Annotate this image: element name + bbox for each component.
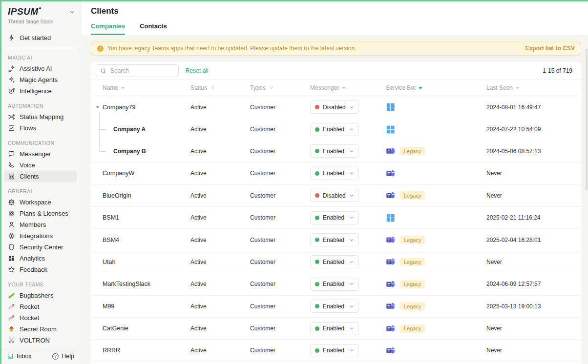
sidebar-item-intelligence[interactable]: Intelligence [4,85,77,97]
messenger-cell: Disabled [310,101,386,114]
filter-icon[interactable] [269,85,274,91]
sidebar-item-label: Security Center [20,243,63,251]
table-row-company-a[interactable]: Company AActiveCustomerEnabled2024-07-22… [91,118,581,140]
workspace-header[interactable]: IPSUM Thread Stage Slack [0,1,81,24]
shield-icon [8,243,15,251]
section-label-general: GENERAL [8,188,73,194]
teams-bot-icon [386,191,395,200]
sidebar-item-analytics[interactable]: Analytics [4,253,77,264]
messenger-select[interactable]: Enabled [310,167,359,180]
sidebar-item-magic-agents[interactable]: Magic Agents [4,74,77,85]
sidebar-item-members[interactable]: Members [4,219,77,230]
messenger-value: Disabled [323,192,346,199]
intelligence-icon [8,87,15,95]
messenger-select[interactable]: Enabled [310,344,359,357]
sidebar-item-assistive-ai[interactable]: Assistive AI [4,63,77,74]
messenger-select[interactable]: Enabled [310,278,359,291]
table-row-companyw[interactable]: CompanyWActiveCustomerEnabledNever [91,162,581,184]
company-name-cell: Utah [96,259,190,265]
sidebar-item-messenger[interactable]: Messenger [4,148,77,160]
sidebar-item-feedback[interactable]: Feedback [4,264,77,275]
sidebar-item-label: Voice [20,162,35,169]
messenger-cell: Enabled [310,123,386,136]
table-row-utah[interactable]: UtahActiveCustomerEnabledLegacyNever [91,251,581,273]
company-name: Company B [113,148,146,155]
tab-contacts[interactable]: Contacts [140,22,167,35]
sidebar-item-status-mapping[interactable]: Status Mapping [4,111,77,122]
teams-bot-icon [386,258,395,266]
column-header-status[interactable]: Status [190,84,250,91]
help-button[interactable]: ? Help [52,353,74,360]
sidebar-item-security-center[interactable]: Security Center [4,242,77,253]
export-csv-button[interactable]: Export list to CSV [525,45,575,52]
service-bot-cell: Legacy [386,302,486,310]
table-row-bsm4[interactable]: BSM4ActiveCustomerEnabledLegacy2025-02-0… [91,229,581,251]
section-label-magic-ai: MAGIC AI [8,55,73,61]
status-dot [315,238,319,242]
messenger-select[interactable]: Enabled [310,144,359,158]
sidebar-item-rocket[interactable]: Rocket [4,312,77,324]
sidebar-item-bugbashers[interactable]: Bugbashers [4,290,77,301]
sort-icon[interactable] [342,87,346,89]
analytics-icon [8,255,15,262]
sidebar-item-clients[interactable]: Clients [4,171,77,182]
messenger-select[interactable]: Disabled [310,189,359,202]
messenger-value: Enabled [323,237,346,243]
messenger-select[interactable]: Disabled [310,101,359,114]
sidebar-item-rocket[interactable]: Rocket [4,301,77,312]
column-header-messenger[interactable]: Messenger [310,84,386,91]
sort-icon[interactable] [516,87,520,89]
filter-icon[interactable] [210,85,216,91]
table-row-bsm1[interactable]: BSM1ActiveCustomerEnabled2025-02-21 11:1… [91,207,581,229]
content-area: ! You have legacy Teams apps that need t… [82,35,588,364]
rocket-icon [8,314,15,322]
messenger-select[interactable]: Enabled [310,123,359,136]
teams-bot-icon [386,302,395,310]
sidebar-item-get-started[interactable]: Get started [4,32,77,43]
messenger-select[interactable]: Enabled [310,233,359,246]
table-row-company-b[interactable]: Company BActiveCustomerEnabledLegacy2024… [91,141,581,162]
table-row-blueorigin[interactable]: BlueOriginActiveCustomerDisabledLegacyNe… [91,185,581,207]
table-row-company79[interactable]: Company79ActiveCustomerDisabled2024-08-0… [91,96,581,118]
sidebar-item-voice[interactable]: Voice [4,160,77,171]
table-row-rrrr[interactable]: RRRRActiveCustomerEnabledNever [91,340,581,362]
legacy-badge: Legacy [400,302,425,310]
sidebar-item-workspace[interactable]: Workspace [4,197,77,208]
sidebar-item-secret-room[interactable]: Secret Room [4,324,77,335]
search-input[interactable] [109,67,174,75]
column-header-types[interactable]: Types [250,84,310,91]
sort-icon[interactable] [121,87,125,89]
column-header-service-bot[interactable]: Service Bot [386,84,486,91]
app-logo: IPSUM [8,6,39,17]
messenger-select[interactable]: Enabled [310,211,359,224]
messenger-select[interactable]: Enabled [310,300,359,313]
messenger-select[interactable]: Enabled [310,255,359,268]
legacy-badge: Legacy [400,191,425,200]
messenger-select[interactable]: Enabled [310,322,359,335]
column-header-last-seen[interactable]: Last Seen [486,84,576,91]
reset-all-link[interactable]: Reset all [186,67,209,74]
sidebar-item-flows[interactable]: Flows [4,122,77,134]
sidebar-item-plans-licenses[interactable]: Plans & Licenses [4,208,77,219]
assistive-icon [8,65,15,72]
column-header-name[interactable]: Name [96,84,190,91]
expand-caret-icon[interactable] [95,104,101,110]
search-box[interactable] [96,64,179,77]
teams-bot-icon [386,324,395,333]
company-name: BSM4 [103,237,119,243]
tab-companies[interactable]: Companies [91,22,125,35]
vertical-scrollbar[interactable] [586,49,588,190]
table-row-m99[interactable]: M99ActiveCustomerEnabledLegacy2025-03-13… [91,296,581,318]
table-row-catgenie[interactable]: CatGenieActiveCustomerEnabledLegacyNever [91,318,581,340]
status-dot [315,127,319,132]
type-cell: Customer [250,104,310,111]
chevron-down-icon[interactable] [69,9,75,15]
sidebar-item-voltron[interactable]: VOLTRON [4,335,77,346]
service-bot-cell: Legacy [386,280,486,288]
table-row-marktestingslack[interactable]: MarkTestingSlackActiveCustomerEnabledLeg… [91,273,581,295]
sort-active-icon[interactable] [419,87,422,89]
tree-elbow [100,129,106,130]
last-seen-cell: 2024-06-09 12:57:57 [486,281,576,287]
inbox-button[interactable]: Inbox [7,353,32,360]
sidebar-item-integrations[interactable]: Integrations [4,230,77,242]
